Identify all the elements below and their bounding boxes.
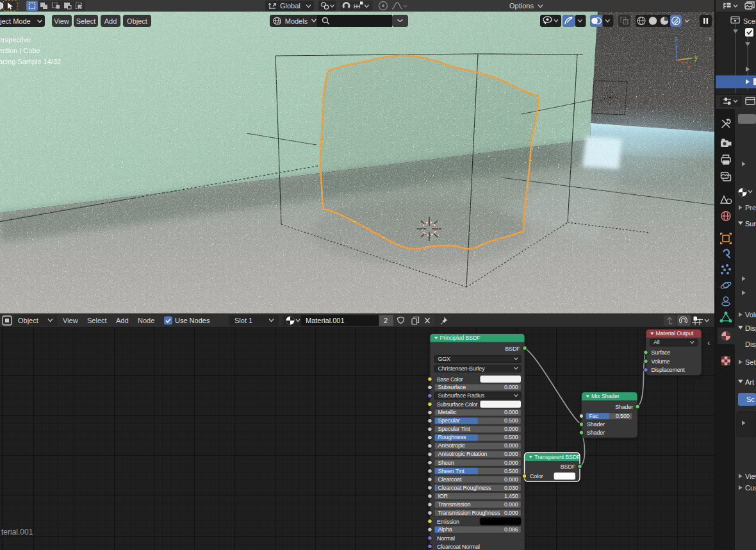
svg-text:Volume: Volume [745, 311, 756, 319]
svg-text:0.000: 0.000 [504, 460, 518, 466]
svg-text:Slot 1: Slot 1 [234, 317, 252, 324]
svg-text:Roughness: Roughness [438, 434, 466, 440]
svg-text:0.000: 0.000 [504, 442, 518, 449]
svg-text:Subsurface Radius: Subsurface Radius [438, 392, 485, 399]
svg-text:Transmission Roughness: Transmission Roughness [438, 510, 501, 516]
svg-text:0.500: 0.500 [616, 413, 630, 419]
svg-text:Global: Global [280, 2, 300, 10]
svg-text:Normal: Normal [437, 535, 455, 542]
svg-text:Surface: Surface [652, 349, 671, 356]
svg-text:BSDF: BSDF [561, 463, 576, 470]
svg-text:ection | Cube: ection | Cube [0, 47, 40, 54]
svg-text:Material Output: Material Output [656, 330, 694, 337]
svg-text:Surface: Surface [745, 220, 756, 228]
svg-text:Viewport: Viewport [745, 472, 756, 480]
svg-text:Object: Object [18, 317, 38, 324]
svg-text:Anisotropic Rotation: Anisotropic Rotation [438, 451, 488, 457]
svg-text:Alpha: Alpha [438, 526, 452, 533]
svg-text:Sheen Tint: Sheen Tint [438, 468, 465, 474]
svg-text:Subsurface Color: Subsurface Color [437, 401, 478, 408]
svg-text:Specular: Specular [438, 417, 460, 424]
svg-text:Emission: Emission [437, 519, 459, 525]
svg-text:Base Color: Base Color [437, 376, 463, 383]
svg-text:Settings: Settings [745, 358, 756, 366]
svg-text:Volume: Volume [652, 358, 670, 365]
svg-text:Material.001: Material.001 [306, 317, 345, 324]
svg-text:0.000: 0.000 [504, 409, 518, 415]
svg-text:0.000: 0.000 [504, 476, 518, 483]
svg-text:Art: Art [745, 378, 754, 386]
svg-text:Displacem: Displacem [745, 340, 756, 348]
svg-text:Use Nodes: Use Nodes [175, 317, 210, 324]
svg-text:All: All [653, 339, 660, 346]
svg-text:Specular Tint: Specular Tint [438, 426, 471, 432]
svg-text:0.500: 0.500 [504, 417, 518, 424]
svg-text:0.030: 0.030 [504, 485, 518, 491]
svg-text:Sc: Sc [746, 396, 755, 403]
svg-text:Scene: Scene [743, 17, 756, 25]
svg-text:BSDF: BSDF [505, 346, 520, 352]
svg-text:Preview: Preview [745, 204, 756, 212]
svg-text:0.000: 0.000 [504, 426, 518, 432]
svg-text:Mix Shader: Mix Shader [591, 393, 620, 399]
svg-text:Principled BSDF: Principled BSDF [440, 335, 481, 341]
svg-text:Transmission: Transmission [438, 501, 471, 508]
svg-text:0.500: 0.500 [504, 468, 518, 474]
svg-text:Metallic: Metallic [438, 409, 457, 415]
svg-text:IOR: IOR [438, 493, 448, 499]
svg-text:Clearcoat: Clearcoat [438, 476, 462, 483]
svg-text:Shader: Shader [587, 429, 605, 436]
svg-text:0.086: 0.086 [504, 526, 518, 533]
svg-text:Sheen: Sheen [438, 460, 454, 466]
svg-text:Clearcoat Normal: Clearcoat Normal [437, 544, 480, 550]
svg-text:Color: Color [530, 473, 543, 479]
svg-text:Displacement: Displacement [652, 367, 686, 373]
svg-text:Clearcoat Roughness: Clearcoat Roughness [438, 485, 491, 491]
svg-text:2: 2 [384, 317, 388, 324]
svg-text:Shader: Shader [615, 404, 633, 410]
svg-text:Shader: Shader [587, 421, 605, 428]
svg-text:0.000: 0.000 [504, 451, 518, 457]
svg-text:Displacem: Displacem [745, 324, 756, 332]
svg-text:erspective: erspective [0, 36, 31, 44]
svg-text:acing Sample 14/32: acing Sample 14/32 [0, 58, 61, 65]
svg-text:Custom: Custom [745, 484, 756, 492]
svg-text:Options: Options [509, 2, 534, 10]
svg-text:Christensen-Burley: Christensen-Burley [438, 365, 486, 372]
svg-text:Subsurface: Subsurface [438, 384, 466, 390]
svg-text:View: View [63, 317, 78, 324]
svg-text:Anisotropic: Anisotropic [438, 442, 466, 449]
svg-text:1.450: 1.450 [504, 493, 518, 499]
svg-text:Select: Select [87, 317, 107, 324]
svg-text:Add: Add [116, 317, 129, 324]
svg-text:0.000: 0.000 [504, 501, 518, 508]
svg-text:Fac: Fac [589, 413, 599, 419]
svg-text:0.000: 0.000 [504, 510, 518, 516]
svg-text:0.500: 0.500 [504, 434, 518, 440]
svg-text:GGX: GGX [438, 356, 451, 362]
svg-text:Node: Node [138, 317, 154, 324]
svg-text:0.000: 0.000 [504, 384, 518, 390]
svg-text:Transparent BSDF: Transparent BSDF [534, 454, 580, 460]
